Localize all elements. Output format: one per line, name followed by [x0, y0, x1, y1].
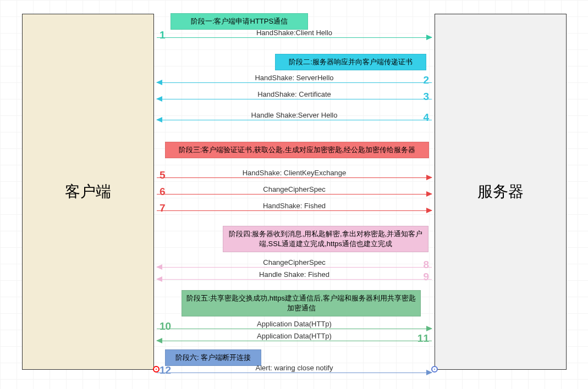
message-number: 7	[160, 202, 166, 214]
server-label: 服务器	[477, 181, 524, 202]
message-number: 1	[160, 29, 166, 41]
mid-x-marker: ✕	[290, 367, 295, 374]
phase-box-1[interactable]: 阶段一:客户端申请HTTPS通信	[171, 13, 308, 30]
message-label: ChangeCipherSpec	[157, 185, 432, 193]
message-label: Application Data(HTTp)	[157, 332, 432, 340]
phase-box-4[interactable]: 阶段四:服务器收到消息,用私匙解密,拿出对称密匙,并通知客户端,SSL通道建立完…	[223, 226, 428, 252]
message-number: 8	[423, 259, 429, 271]
client-actor[interactable]: 客户端	[22, 14, 154, 370]
message-label: HandShake:Client Hello	[157, 29, 432, 37]
message-number: 3	[423, 91, 429, 103]
phase-box-5[interactable]: 阶段五:共享密匙交换成功,https建立通信后,客户端和服务器利用共享密匙加密通…	[182, 290, 421, 316]
message-number: 2	[423, 74, 429, 86]
message-number: 4	[423, 112, 429, 124]
selection-handle-right[interactable]	[431, 366, 438, 373]
message-number: 9	[423, 271, 429, 283]
message-label: HandShake: Fished	[157, 202, 432, 210]
message-number: 11	[417, 332, 429, 344]
client-label: 客户端	[65, 181, 111, 202]
message-number: 5	[160, 169, 166, 181]
message-label: Handle Shake:Server Hello	[157, 111, 432, 119]
phase-box-3[interactable]: 阶段三:客户端验证证书,获取公匙,生成对应加密密匙,经公匙加密传给服务器	[165, 142, 429, 158]
phase-box-2[interactable]: 阶段二:服务器响应并向客户端传递证书	[275, 54, 426, 70]
selection-handle-left[interactable]	[153, 366, 160, 373]
message-label: ChangeCipherSpec	[157, 258, 432, 266]
server-actor[interactable]: 服务器	[435, 14, 567, 370]
message-number: 12	[160, 364, 171, 376]
message-number: 6	[160, 186, 166, 198]
message-label: HandShake: Certificate	[157, 90, 432, 98]
message-label: Application Data(HTTp)	[157, 320, 432, 328]
message-label: HandShake: ClientKeyExchange	[157, 169, 432, 177]
message-number: 10	[160, 320, 171, 332]
message-label: Handle Shake: Fished	[157, 270, 432, 279]
message-label: HandShake: ServerHello	[157, 74, 432, 82]
